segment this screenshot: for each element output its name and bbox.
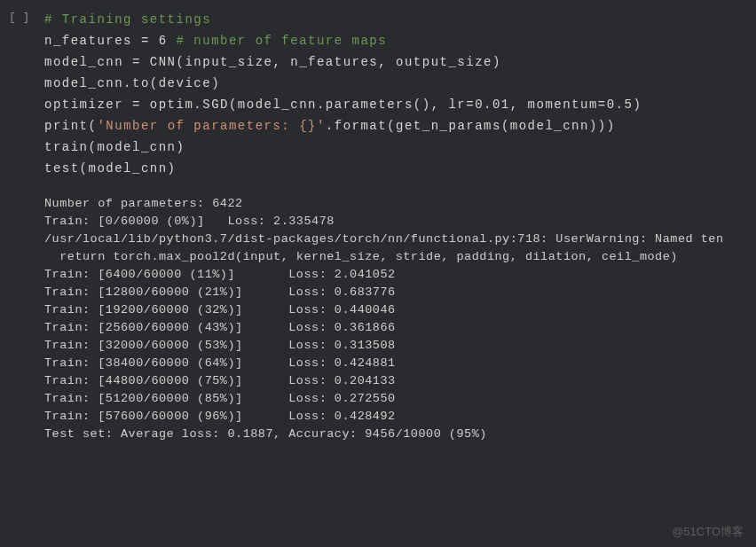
code-text: optimizer = optim.SGD(model_cnn.paramete… [44, 98, 642, 112]
code-text: model_cnn.to(device) [44, 76, 220, 90]
cell-gutter[interactable]: [ ] [0, 9, 44, 179]
code-text: print( [44, 119, 97, 133]
output-text: Train: [12800/60000 (21%)] Loss: 0.68377… [44, 284, 747, 301]
code-text: test(model_cnn) [44, 161, 177, 176]
output-warning: /usr/local/lib/python3.7/dist-packages/t… [44, 231, 747, 248]
output-warning: return torch.max_pool2d(input, kernel_si… [44, 248, 747, 266]
output-text: Train: [32000/60000 (53%)] Loss: 0.31350… [44, 337, 747, 355]
code-text: .format(get_n_params(model_cnn))) [326, 119, 616, 133]
output-text: Train: [38400/60000 (64%)] Loss: 0.42488… [44, 355, 747, 372]
execution-counter: [ ] [9, 11, 29, 24]
output-text: Number of parameters: 6422 [44, 195, 747, 213]
output-text: Train: [57600/60000 (96%)] Loss: 0.42849… [44, 408, 747, 426]
code-text: n_features = 6 [44, 34, 177, 48]
output-text: Train: [51200/60000 (85%)] Loss: 0.27255… [44, 390, 747, 408]
output-text: Test set: Average loss: 0.1887, Accuracy… [44, 426, 747, 443]
code-text: model_cnn = CNN(input_size, n_features, … [44, 55, 501, 69]
code-comment: # number of feature maps [177, 34, 388, 48]
code-comment: # Training settings [44, 12, 211, 27]
output-text: Train: [0/60000 (0%)] Loss: 2.335478 [44, 213, 747, 231]
output-area: Number of parameters: 6422 Train: [0/600… [0, 179, 756, 443]
code-text: train(model_cnn) [44, 140, 185, 154]
code-cell: [ ] # Training settings n_features = 6 #… [0, 0, 756, 179]
code-string: 'Number of parameters: {}' [97, 119, 325, 133]
output-text: Train: [44800/60000 (75%)] Loss: 0.20413… [44, 372, 747, 390]
output-text: Train: [25600/60000 (43%)] Loss: 0.36186… [44, 319, 747, 337]
output-text: Train: [19200/60000 (32%)] Loss: 0.44004… [44, 301, 747, 319]
code-editor[interactable]: # Training settings n_features = 6 # num… [44, 9, 756, 179]
output-text: Train: [6400/60000 (11%)] Loss: 2.041052 [44, 266, 747, 284]
watermark: @51CTO博客 [672, 524, 744, 540]
